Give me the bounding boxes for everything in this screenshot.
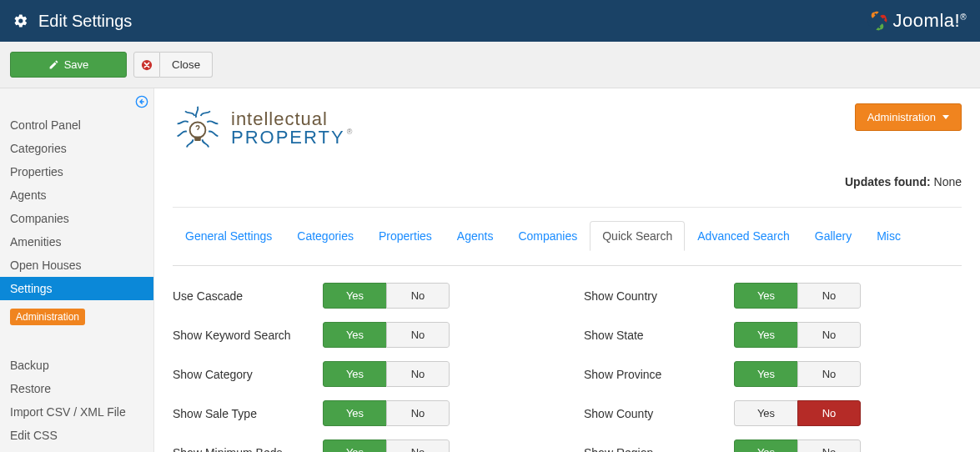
- close-button[interactable]: Close: [160, 52, 213, 78]
- logo-text-top: intellectual: [231, 110, 352, 128]
- sidebar-item[interactable]: Control Panel: [0, 113, 153, 137]
- setting-label: Use Cascade: [173, 289, 323, 303]
- settings-tabs: General SettingsCategoriesPropertiesAgen…: [173, 221, 962, 250]
- toggle-yes[interactable]: Yes: [734, 322, 797, 348]
- settings-form: Use CascadeYesNoShow CountryYesNoShow Ke…: [173, 283, 962, 452]
- updates-label: Updates found:: [845, 175, 931, 188]
- sidebar-item[interactable]: Amenities: [0, 230, 153, 254]
- divider: [173, 207, 962, 208]
- yes-no-toggle[interactable]: YesNo: [734, 322, 861, 348]
- joomla-logo-icon: [867, 10, 888, 32]
- tab[interactable]: Quick Search: [590, 221, 685, 251]
- brand-name: Joomla!: [893, 10, 961, 31]
- sidebar-item[interactable]: Categories: [0, 137, 153, 160]
- setting-row: Show CategoryYesNo: [173, 361, 550, 387]
- tab[interactable]: Gallery: [802, 221, 864, 250]
- updates-status: Updates found: None: [173, 175, 962, 188]
- logo-registered: ®: [347, 128, 353, 136]
- save-button[interactable]: Save: [10, 52, 127, 78]
- setting-label: Show Keyword Search: [173, 329, 323, 342]
- toggle-no[interactable]: No: [386, 283, 450, 309]
- collapse-sidebar-button[interactable]: [135, 95, 148, 111]
- yes-no-toggle[interactable]: YesNo: [323, 439, 450, 452]
- sidebar-list-primary: Control PanelCategoriesPropertiesAgentsC…: [0, 113, 153, 300]
- toggle-no[interactable]: No: [386, 400, 450, 426]
- main-panel: intellectual PROPERTY® Administration Up…: [154, 88, 980, 452]
- close-icon-wrap[interactable]: [133, 52, 160, 78]
- tab[interactable]: Properties: [366, 221, 445, 250]
- toggle-yes[interactable]: Yes: [323, 283, 386, 309]
- close-icon: [141, 59, 153, 71]
- joomla-logo: Joomla!®: [867, 10, 967, 32]
- sidebar-item[interactable]: Edit CSS: [0, 424, 153, 447]
- tab[interactable]: Misc: [864, 221, 913, 250]
- toggle-no[interactable]: No: [797, 439, 861, 452]
- setting-row: Show RegionYesNo: [584, 439, 962, 452]
- toggle-no[interactable]: No: [386, 439, 450, 452]
- yes-no-toggle[interactable]: YesNo: [323, 283, 450, 309]
- sidebar-item[interactable]: Settings: [0, 277, 153, 300]
- setting-row: Show ProvinceYesNo: [584, 361, 962, 387]
- setting-label: Show State: [584, 329, 734, 342]
- svg-rect-3: [194, 136, 201, 141]
- setting-label: Show Sale Type: [173, 407, 323, 420]
- toggle-yes[interactable]: Yes: [734, 400, 797, 426]
- component-logo: intellectual PROPERTY®: [173, 103, 352, 153]
- sidebar-item[interactable]: Restore: [0, 377, 153, 400]
- setting-label: Show Region: [584, 446, 734, 453]
- tab[interactable]: Companies: [505, 221, 590, 250]
- sidebar-item[interactable]: Properties: [0, 160, 153, 183]
- setting-label: Show Country: [584, 289, 734, 303]
- toggle-no[interactable]: No: [797, 322, 861, 348]
- sidebar-item[interactable]: Import CSV / XML File: [0, 400, 153, 424]
- yes-no-toggle[interactable]: YesNo: [323, 361, 450, 387]
- toggle-yes[interactable]: Yes: [734, 283, 797, 309]
- yes-no-toggle[interactable]: YesNo: [734, 361, 861, 387]
- save-label: Save: [64, 58, 89, 71]
- caret-down-icon: [942, 115, 949, 119]
- yes-no-toggle[interactable]: YesNo: [323, 322, 450, 348]
- toggle-yes[interactable]: Yes: [734, 439, 797, 452]
- toggle-yes[interactable]: Yes: [323, 322, 386, 348]
- close-group: Close: [133, 52, 213, 78]
- administration-label: Administration: [867, 111, 936, 123]
- toggle-no[interactable]: No: [797, 283, 861, 309]
- setting-label: Show Province: [584, 368, 734, 381]
- yes-no-toggle[interactable]: YesNo: [734, 283, 861, 309]
- administration-dropdown[interactable]: Administration: [855, 103, 962, 131]
- setting-row: Show Minimum BedsYesNo: [173, 439, 550, 452]
- toggle-no[interactable]: No: [386, 361, 450, 387]
- tab[interactable]: Advanced Search: [685, 221, 802, 250]
- updates-value: None: [934, 175, 962, 188]
- tab[interactable]: General Settings: [173, 221, 284, 250]
- tab[interactable]: Categories: [284, 221, 366, 250]
- setting-row: Show CountyYesNo: [584, 400, 962, 426]
- setting-row: Show Keyword SearchYesNo: [173, 322, 550, 348]
- setting-row: Show Sale TypeYesNo: [173, 400, 550, 426]
- sidebar-item[interactable]: Backup: [0, 354, 153, 377]
- sidebar-item[interactable]: Agents: [0, 183, 153, 207]
- arrow-left-circle-icon: [135, 95, 148, 108]
- toggle-no[interactable]: No: [797, 361, 861, 387]
- yes-no-toggle[interactable]: YesNo: [323, 400, 450, 426]
- toggle-yes[interactable]: Yes: [734, 361, 797, 387]
- toggle-no[interactable]: No: [386, 322, 450, 348]
- toggle-no[interactable]: No: [797, 400, 861, 426]
- setting-row: Show StateYesNo: [584, 322, 962, 348]
- save-icon: [48, 59, 59, 70]
- administration-badge: Administration: [10, 309, 85, 325]
- tab[interactable]: Agents: [445, 221, 506, 250]
- toggle-yes[interactable]: Yes: [323, 361, 386, 387]
- trademark: ®: [960, 13, 967, 22]
- sidebar-item[interactable]: Open Houses: [0, 254, 153, 277]
- app-header: Edit Settings Joomla!®: [0, 0, 980, 42]
- toggle-yes[interactable]: Yes: [323, 439, 386, 452]
- toggle-yes[interactable]: Yes: [323, 400, 386, 426]
- setting-label: Show County: [584, 407, 734, 420]
- yes-no-toggle[interactable]: YesNo: [734, 439, 861, 452]
- yes-no-toggle[interactable]: YesNo: [734, 400, 861, 426]
- gear-icon: [13, 13, 28, 28]
- sidebar-item[interactable]: Companies: [0, 207, 153, 230]
- sidebar-section-badge: Administration: [0, 300, 153, 334]
- setting-label: Show Category: [173, 368, 323, 381]
